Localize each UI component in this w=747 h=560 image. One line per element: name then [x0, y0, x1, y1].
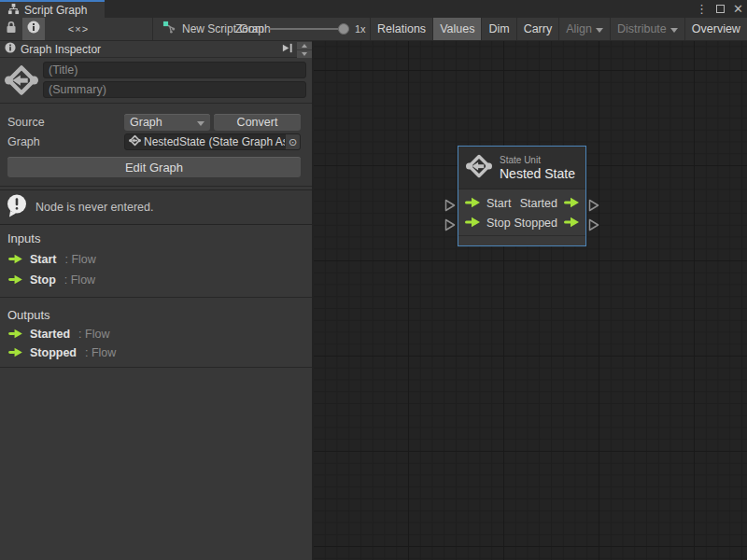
node-footer — [458, 235, 585, 245]
port-label: Start — [486, 197, 511, 210]
graph-object-value: NestedState (State Graph As — [144, 135, 285, 148]
outputs-header: Outputs — [7, 308, 50, 322]
divider — [0, 186, 312, 187]
tab-script-graph[interactable]: Script Graph — [0, 0, 105, 18]
external-input-port-icon[interactable] — [444, 218, 456, 235]
external-output-port-icon[interactable] — [588, 218, 599, 235]
flow-arrow-icon — [7, 272, 23, 288]
dim-label: Dim — [488, 22, 509, 35]
input-port-row: Stop : Flow — [7, 273, 95, 287]
flow-arrow-icon[interactable] — [563, 195, 580, 212]
flow-arrow-icon — [7, 344, 23, 361]
flow-arrow-icon — [7, 251, 23, 268]
divider — [0, 103, 312, 104]
inspector-toggle-button[interactable] — [22, 18, 45, 40]
port-type: : Flow — [64, 273, 95, 287]
warning-text: Node is never entered. — [35, 201, 153, 214]
graph-canvas[interactable]: State Unit Nested State Start Started — [314, 41, 747, 560]
script-graph-icon — [162, 21, 176, 37]
port-label: Stopped — [514, 217, 557, 230]
output-port-row: Started : Flow — [7, 327, 109, 342]
values-button[interactable]: Values — [432, 18, 481, 40]
align-button[interactable]: Align — [558, 18, 610, 40]
port-type: : Flow — [78, 328, 109, 341]
graph-label: Graph — [7, 135, 40, 148]
node-header: State Unit Nested State — [458, 147, 585, 189]
flow-arrow-icon[interactable] — [464, 215, 481, 231]
port-name: Started — [30, 328, 70, 341]
divider — [0, 297, 312, 298]
zoom-slider-handle[interactable] — [338, 23, 349, 35]
tab-bar: Script Graph ⋮ ✕ — [0, 0, 747, 18]
distribute-button[interactable]: Distribute — [610, 18, 684, 40]
inputs-header: Inputs — [7, 231, 40, 245]
state-unit-icon — [466, 153, 492, 183]
title-input[interactable] — [43, 62, 306, 78]
scroll-down-button[interactable] — [297, 50, 312, 58]
state-unit-icon — [5, 63, 38, 101]
align-label: Align — [566, 22, 592, 35]
chevron-down-icon — [197, 121, 204, 126]
port-label: Started — [520, 197, 557, 210]
port-name: Stop — [30, 273, 56, 287]
chevron-down-icon — [670, 28, 678, 33]
node-body: Start Started Stop Stopped — [458, 189, 585, 235]
source-dropdown-value: Graph — [130, 116, 162, 129]
carry-label: Carry — [524, 22, 553, 35]
object-picker-button[interactable]: ⊙ — [285, 134, 300, 149]
external-output-port-icon[interactable] — [588, 199, 599, 216]
toolbar-button-group: Relations Values Dim Carry Align Distrib… — [370, 18, 747, 40]
lock-icon — [6, 21, 17, 37]
convert-button[interactable]: Convert — [214, 114, 301, 131]
code-view-button[interactable]: <×> — [58, 18, 99, 40]
warning-icon — [5, 193, 30, 222]
summary-input[interactable] — [43, 81, 306, 98]
node-kind: State Unit — [500, 155, 575, 165]
carry-button[interactable]: Carry — [516, 18, 559, 40]
scroll-up-button[interactable] — [297, 42, 312, 49]
values-label: Values — [440, 22, 474, 35]
overview-label: Overview — [692, 22, 740, 35]
edit-graph-label: Edit Graph — [125, 161, 183, 175]
window-maximize-icon[interactable] — [716, 5, 725, 13]
source-dropdown[interactable]: Graph — [124, 114, 210, 131]
port-type: : Flow — [85, 346, 116, 359]
relations-button[interactable]: Relations — [370, 18, 432, 40]
flow-arrow-icon — [7, 326, 23, 343]
triangle-down-icon — [302, 52, 307, 56]
zoom-label: Zoom — [235, 18, 264, 40]
window-menu-icon[interactable]: ⋮ — [696, 0, 708, 18]
node-title: Nested State — [500, 166, 575, 181]
dock-panel-icon[interactable] — [281, 42, 293, 57]
script-graph-window: Script Graph ⋮ ✕ — [0, 0, 747, 560]
inspector-scroll-buttons — [297, 42, 312, 58]
info-icon — [5, 42, 16, 56]
warning-box: Node is never entered. — [0, 189, 312, 225]
edit-graph-button[interactable]: Edit Graph — [7, 157, 301, 177]
zoom-value: 1x — [355, 18, 366, 40]
lock-button[interactable] — [0, 18, 21, 40]
node-port-row: Start Started — [458, 193, 585, 213]
distribute-label: Distribute — [617, 22, 667, 35]
graph-toolbar: <×> New Script Graph Zoom 1x Relations — [0, 18, 747, 41]
port-type: : Flow — [64, 253, 95, 266]
divider — [0, 367, 312, 368]
inspector-title: Graph Inspector — [21, 43, 101, 56]
port-label: Stop — [486, 217, 511, 230]
graph-hierarchy-icon — [7, 2, 20, 19]
object-picker-icon: ⊙ — [289, 136, 297, 148]
info-icon — [27, 21, 40, 37]
tab-title: Script Graph — [24, 4, 87, 17]
window-close-icon[interactable]: ✕ — [733, 0, 743, 18]
dim-button[interactable]: Dim — [481, 18, 515, 40]
flow-arrow-icon[interactable] — [563, 215, 580, 231]
port-name: Stopped — [30, 346, 77, 359]
nested-state-node[interactable]: State Unit Nested State Start Started — [458, 146, 586, 246]
external-input-port-icon[interactable] — [444, 199, 456, 216]
flow-arrow-icon[interactable] — [464, 195, 481, 212]
zoom-slider[interactable] — [269, 28, 347, 30]
overview-button[interactable]: Overview — [684, 18, 747, 40]
port-name: Start — [30, 253, 56, 266]
graph-object-field[interactable]: NestedState (State Graph As ⊙ — [124, 133, 301, 150]
window-controls: ⋮ ✕ — [696, 0, 743, 18]
